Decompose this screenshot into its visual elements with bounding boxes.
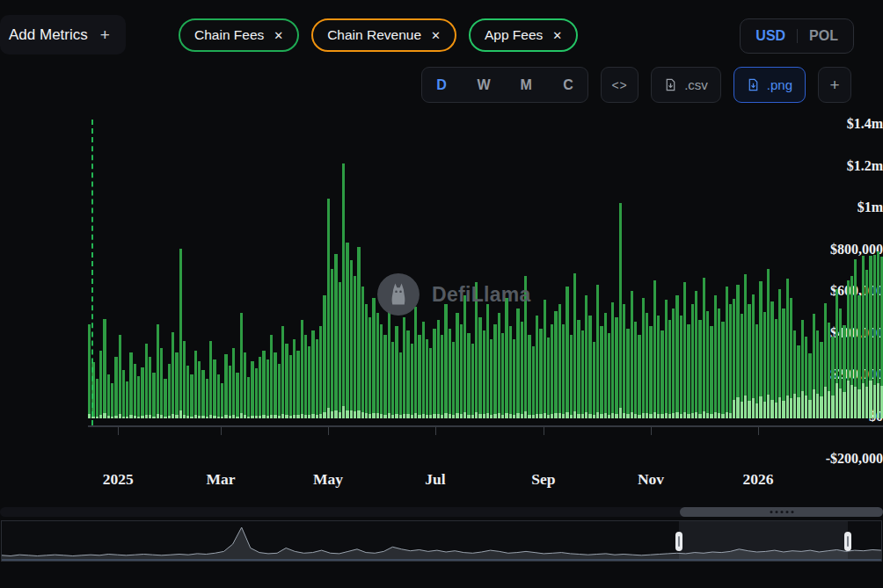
navigator-baseline <box>2 559 881 561</box>
seg-app-fees <box>285 415 288 418</box>
seg-app-fees <box>873 385 876 418</box>
seg-chain-fees <box>824 303 827 387</box>
seg-chain-fees <box>675 295 678 412</box>
png-export-button[interactable]: .png <box>733 67 806 103</box>
close-icon[interactable]: ✕ <box>552 29 562 42</box>
bar <box>790 298 792 418</box>
seg-app-fees <box>388 413 390 418</box>
seg-chain-fees <box>793 330 796 393</box>
currency-option-usd[interactable]: USD <box>744 28 797 44</box>
bar <box>752 294 755 418</box>
seg-chain-fees <box>558 304 561 413</box>
navigator-left-handle[interactable] <box>675 532 682 551</box>
add-chart-button[interactable]: + <box>818 67 851 103</box>
navigator-selection[interactable] <box>679 521 848 561</box>
seg-app-fees <box>653 412 656 418</box>
seg-app-fees <box>380 414 383 418</box>
seg-chain-fees <box>301 320 303 414</box>
seg-app-fees <box>391 415 394 418</box>
seg-chain-fees <box>319 326 322 414</box>
x-axis-label: May <box>313 470 343 489</box>
seg-app-fees <box>539 414 542 418</box>
seg-app-fees <box>509 414 512 418</box>
bar <box>316 339 318 418</box>
seg-chain-fees <box>857 295 860 389</box>
seg-app-fees <box>778 397 781 418</box>
seg-app-fees <box>201 416 204 418</box>
bar <box>403 317 405 418</box>
seg-app-fees <box>478 414 481 419</box>
seg-chain-fees <box>665 300 668 412</box>
close-icon[interactable]: ✕ <box>431 29 441 42</box>
seg-app-fees <box>524 411 527 418</box>
bar <box>680 316 682 418</box>
bar <box>221 383 223 418</box>
seg-chain-fees <box>733 299 735 399</box>
bar <box>354 276 356 418</box>
seg-chain-fees <box>813 314 815 389</box>
bar <box>380 324 383 418</box>
seg-app-fees <box>224 415 227 418</box>
seg-app-fees <box>383 415 386 419</box>
horizontal-scrollbar[interactable] <box>0 507 883 517</box>
seg-chain-fees <box>498 313 500 413</box>
seg-chain-fees <box>850 276 853 385</box>
seg-chain-fees <box>145 344 148 415</box>
embed-button[interactable]: <> <box>601 67 639 103</box>
interval-button-m[interactable]: M <box>508 77 544 93</box>
bar <box>224 354 227 418</box>
seg-chain-fees <box>873 255 876 385</box>
seg-app-fees <box>698 414 701 418</box>
x-axis-label: Nov <box>638 470 664 489</box>
bar <box>509 326 512 418</box>
bar <box>388 311 390 418</box>
interval-button-w[interactable]: W <box>466 77 501 93</box>
seg-chain-fees <box>414 307 417 413</box>
csv-export-button[interactable]: .csv <box>651 67 721 103</box>
seg-app-fees <box>551 414 553 418</box>
bar <box>391 342 394 418</box>
seg-app-fees <box>141 416 143 418</box>
scrollbar-thumb[interactable] <box>680 507 883 517</box>
seg-chain-fees <box>536 316 538 414</box>
metric-pill-label: App Fees <box>485 27 543 43</box>
add-metrics-button[interactable]: Add Metrics + <box>0 15 126 54</box>
bar <box>289 355 292 418</box>
metric-pill-label: Chain Fees <box>194 27 264 43</box>
seg-chain-fees <box>570 335 573 414</box>
bar <box>308 346 310 418</box>
currency-option-pol[interactable]: POL <box>798 28 850 44</box>
axis-tick <box>651 427 652 435</box>
bar <box>107 374 110 418</box>
bar <box>490 339 493 418</box>
bar <box>141 367 143 418</box>
seg-app-fees <box>680 414 682 419</box>
close-icon[interactable]: ✕ <box>274 29 283 42</box>
seg-app-fees <box>790 398 792 418</box>
seg-app-fees <box>456 413 458 418</box>
navigator-right-handle[interactable] <box>844 532 851 551</box>
bar <box>828 323 830 418</box>
seg-chain-fees <box>175 352 178 415</box>
interval-button-c[interactable]: C <box>551 77 586 93</box>
seg-chain-fees <box>509 326 512 414</box>
metric-pill-label: Chain Revenue <box>327 27 421 43</box>
bar <box>813 314 815 418</box>
seg-app-fees <box>536 414 538 419</box>
seg-app-fees <box>638 415 640 419</box>
seg-app-fees <box>824 387 827 418</box>
seg-app-fees <box>516 413 519 418</box>
axis-tick <box>221 427 222 435</box>
interval-button-d[interactable]: D <box>424 77 459 93</box>
seg-chain-fees <box>168 364 171 417</box>
seg-chain-fees <box>619 203 622 408</box>
timeline-navigator[interactable] <box>1 520 882 562</box>
seg-app-fees <box>168 416 171 418</box>
seg-app-fees <box>820 396 822 418</box>
bar <box>145 344 148 418</box>
bar <box>281 326 284 418</box>
seg-chain-fees <box>152 373 155 417</box>
seg-chain-fees <box>460 324 463 414</box>
seg-app-fees <box>608 415 610 419</box>
seg-chain-fees <box>190 374 193 417</box>
